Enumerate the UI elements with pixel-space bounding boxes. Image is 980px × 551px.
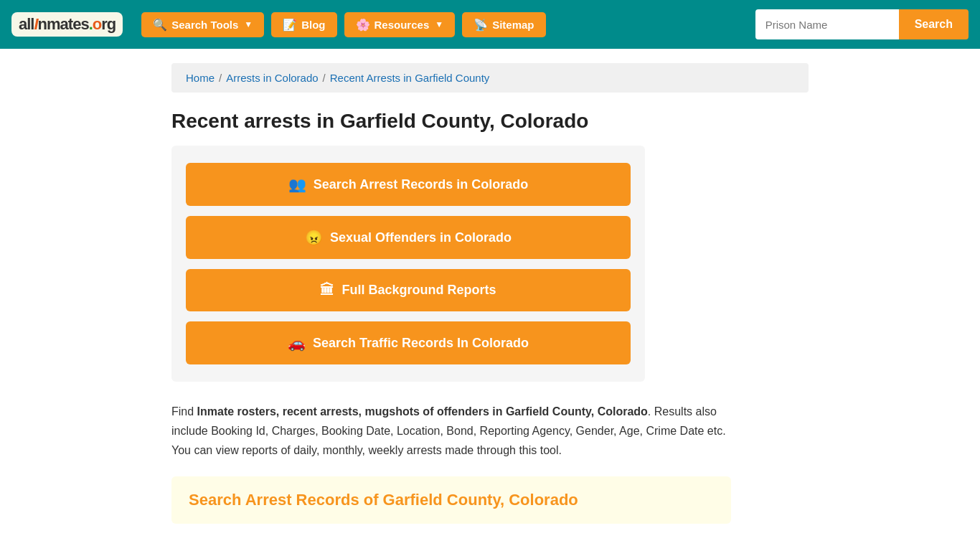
search-tools-label: Search Tools (171, 19, 238, 31)
blog-button[interactable]: 📝 Blog (271, 12, 336, 37)
blog-icon: 📝 (283, 18, 297, 32)
page-title: Recent arrests in Garfield County, Color… (171, 110, 809, 133)
prison-name-input[interactable] (755, 9, 899, 39)
nav-search-button-label: Search (915, 18, 953, 30)
nav-search-wrap: Search (755, 9, 969, 39)
sitemap-label: Sitemap (492, 19, 534, 31)
search-arrest-records-button[interactable]: 👥 Search Arrest Records in Colorado (186, 163, 631, 206)
search-traffic-records-label: Search Traffic Records In Colorado (313, 336, 529, 351)
arrest-search-title: Search Arrest Records of Garfield County… (189, 491, 714, 509)
blog-label: Blog (301, 19, 325, 31)
people-icon: 👥 (288, 176, 306, 193)
sexual-offenders-button[interactable]: 😠 Sexual Offenders in Colorado (186, 216, 631, 259)
building-icon: 🏛 (320, 282, 334, 298)
page-description: Find Inmate rosters, recent arrests, mug… (171, 402, 731, 461)
search-tools-button[interactable]: 🔍 Search Tools ▼ (141, 12, 264, 37)
breadcrumb: Home / Arrests in Colorado / Recent Arre… (171, 63, 809, 93)
search-tools-arrow-icon: ▼ (244, 19, 253, 29)
nav-search-button[interactable]: Search (899, 9, 969, 39)
full-background-reports-label: Full Background Reports (341, 283, 496, 298)
car-icon: 🚗 (288, 334, 306, 352)
navbar: allInmates.org 🔍 Search Tools ▼ 📝 Blog 🌸… (0, 0, 980, 49)
action-button-panel: 👥 Search Arrest Records in Colorado 😠 Se… (171, 146, 645, 382)
search-traffic-records-button[interactable]: 🚗 Search Traffic Records In Colorado (186, 321, 631, 364)
breadcrumb-sep-2: / (323, 72, 326, 84)
search-tools-icon: 🔍 (153, 18, 167, 32)
resources-label: Resources (374, 19, 430, 31)
breadcrumb-current: Recent Arrests in Garfield County (330, 72, 490, 84)
main-content: Home / Arrests in Colorado / Recent Arre… (160, 49, 820, 551)
breadcrumb-arrests-colorado[interactable]: Arrests in Colorado (226, 72, 318, 84)
description-bold: Inmate rosters, recent arrests, mugshots… (197, 405, 648, 418)
logo-text: allInmates.org (19, 15, 116, 34)
arrest-search-section: Search Arrest Records of Garfield County… (171, 476, 731, 524)
resources-icon: 🌸 (356, 18, 370, 32)
sitemap-icon: 📡 (473, 18, 488, 32)
breadcrumb-home[interactable]: Home (186, 72, 215, 84)
sitemap-button[interactable]: 📡 Sitemap (462, 12, 545, 37)
offender-icon: 😠 (305, 229, 323, 246)
search-arrest-records-label: Search Arrest Records in Colorado (314, 177, 528, 192)
full-background-reports-button[interactable]: 🏛 Full Background Reports (186, 269, 631, 311)
logo[interactable]: allInmates.org (11, 12, 123, 37)
resources-arrow-icon: ▼ (435, 19, 443, 29)
resources-button[interactable]: 🌸 Resources ▼ (344, 12, 456, 37)
sexual-offenders-label: Sexual Offenders in Colorado (330, 230, 512, 245)
breadcrumb-sep-1: / (219, 72, 222, 84)
